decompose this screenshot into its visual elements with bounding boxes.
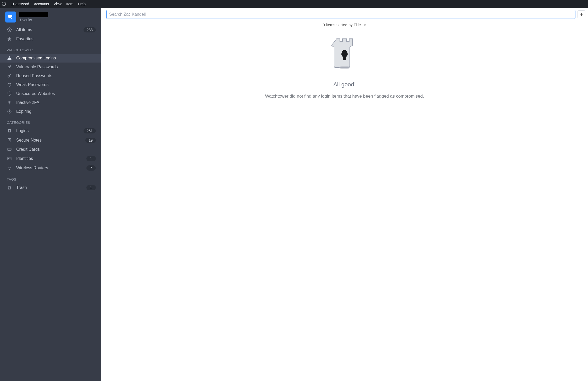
search-input[interactable] <box>106 10 575 19</box>
sidebar: 1 vaults All items 288 Favorites WATCHTO… <box>0 8 101 381</box>
sidebar-item-label: Trash <box>16 185 82 190</box>
menu-help[interactable]: Help <box>78 2 86 6</box>
count-badge: 7 <box>86 165 96 171</box>
menu-accounts[interactable]: Accounts <box>34 2 49 6</box>
card-icon <box>7 147 12 152</box>
shield-icon <box>7 91 12 96</box>
vault-count-label: 1 vaults <box>19 18 48 22</box>
sidebar-item-label: Identities <box>16 156 82 161</box>
menu-1password[interactable]: 1Password <box>11 2 29 6</box>
add-item-button[interactable]: + <box>578 10 585 18</box>
settings-icon <box>7 27 12 32</box>
vulnerable-icon <box>7 65 12 69</box>
sidebar-item-label: All items <box>16 27 79 32</box>
sidebar-item-favorites[interactable]: Favorites <box>0 35 101 43</box>
sidebar-item-label: Expiring <box>16 109 96 114</box>
menu-view[interactable]: View <box>54 2 62 6</box>
alert-icon <box>7 56 12 60</box>
sort-label: 0 items sorted by Title <box>323 23 361 27</box>
sidebar-item-reused-passwords[interactable]: Reused Passwords <box>0 71 101 80</box>
note-icon <box>7 138 12 143</box>
account-block[interactable]: 1 vaults <box>0 8 101 25</box>
sort-row[interactable]: 0 items sorted by Title ▼ <box>101 20 588 30</box>
section-header-categories: CATEGORIES <box>0 116 101 126</box>
sidebar-item-label: Weak Passwords <box>16 82 96 87</box>
sidebar-item-inactive-2fa[interactable]: Inactive 2FA <box>0 98 101 107</box>
svg-rect-11 <box>9 131 10 132</box>
section-header-tags: TAGS <box>0 173 101 183</box>
menu-item[interactable]: Item <box>66 2 73 6</box>
sidebar-item-vulnerable-passwords[interactable]: Vulnerable Passwords <box>0 63 101 71</box>
chevron-down-icon: ▼ <box>364 24 367 27</box>
count-badge: 1 <box>86 156 96 161</box>
sidebar-item-all-items[interactable]: All items 288 <box>0 25 101 35</box>
watchtower-icon <box>331 37 358 71</box>
wifi-icon <box>7 100 12 105</box>
svg-rect-13 <box>8 148 11 151</box>
sidebar-item-label: Credit Cards <box>16 147 96 152</box>
sidebar-item-logins[interactable]: Logins 261 <box>0 126 101 136</box>
main-area: 1 vaults All items 288 Favorites WATCHTO… <box>0 8 588 381</box>
star-icon <box>7 37 12 41</box>
sidebar-item-label: Wireless Routers <box>16 166 82 170</box>
circle-icon <box>7 82 12 87</box>
plus-icon: + <box>580 12 583 18</box>
sidebar-item-label: Reused Passwords <box>16 74 96 78</box>
sidebar-item-label: Secure Notes <box>16 138 81 143</box>
id-icon <box>7 156 12 161</box>
svg-point-17 <box>339 66 350 69</box>
sidebar-item-label: Logins <box>16 128 79 133</box>
account-texts: 1 vaults <box>19 12 48 22</box>
key-icon <box>7 74 12 78</box>
sidebar-item-identities[interactable]: Identities 1 <box>0 154 101 163</box>
svg-rect-19 <box>343 54 346 60</box>
svg-rect-2 <box>4 4 4 5</box>
sidebar-item-weak-passwords[interactable]: Weak Passwords <box>0 80 101 89</box>
svg-point-15 <box>8 158 9 159</box>
menubar: 1Password Accounts View Item Help <box>0 0 588 8</box>
account-name-redacted <box>19 12 48 17</box>
count-badge: 261 <box>84 128 96 133</box>
empty-state: All good! Watchtower did not find any lo… <box>101 30 588 381</box>
empty-subtitle: Watchtower did not find any login items … <box>265 94 424 99</box>
empty-title: All good! <box>333 81 356 88</box>
sidebar-item-compromised-logins[interactable]: Compromised Logins <box>0 54 101 63</box>
sidebar-item-secure-notes[interactable]: Secure Notes 19 <box>0 136 101 145</box>
count-badge: 19 <box>85 138 96 143</box>
svg-point-3 <box>9 29 10 31</box>
content-area: + 0 items sorted by Title ▼ All good! Wa… <box>101 8 588 381</box>
sidebar-item-trash[interactable]: Trash 1 <box>0 183 101 192</box>
sidebar-item-credit-cards[interactable]: Credit Cards <box>0 145 101 154</box>
count-badge: 1 <box>86 185 96 190</box>
section-header-watchtower: WATCHTOWER <box>0 43 101 54</box>
svg-point-16 <box>9 169 10 169</box>
sidebar-item-label: Favorites <box>16 37 96 41</box>
clock-icon <box>7 109 12 114</box>
svg-point-4 <box>8 67 10 68</box>
count-badge: 288 <box>84 27 96 32</box>
sidebar-item-label: Inactive 2FA <box>16 100 96 105</box>
trash-icon <box>7 185 12 190</box>
sidebar-item-expiring[interactable]: Expiring <box>0 107 101 116</box>
svg-rect-1 <box>4 3 4 4</box>
app-logo-icon <box>2 2 6 6</box>
sidebar-item-unsecured-websites[interactable]: Unsecured Websites <box>0 89 101 98</box>
lock-icon <box>7 128 12 133</box>
sidebar-item-label: Compromised Logins <box>16 56 96 60</box>
account-avatar-icon <box>5 12 16 23</box>
sidebar-item-wireless-routers[interactable]: Wireless Routers 7 <box>0 163 101 173</box>
svg-point-7 <box>9 104 10 104</box>
sidebar-item-label: Unsecured Websites <box>16 91 96 96</box>
search-row: + <box>101 8 588 20</box>
sidebar-item-label: Vulnerable Passwords <box>16 65 96 69</box>
router-icon <box>7 166 12 170</box>
